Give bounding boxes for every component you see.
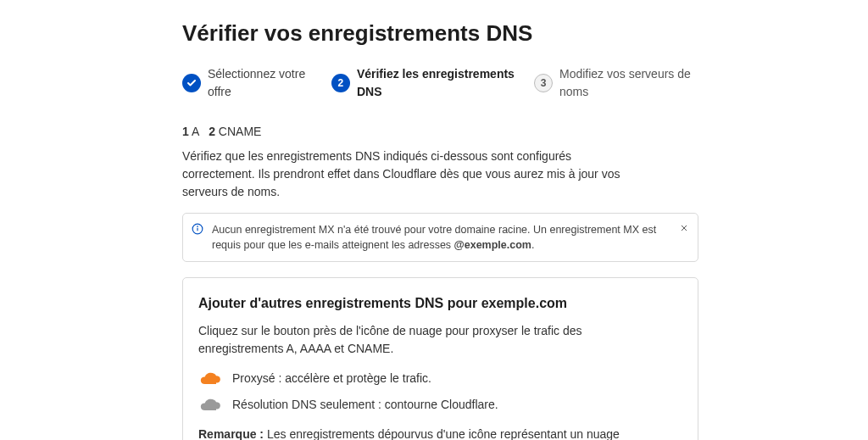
proxied-legend: Proxysé : accélère et protège le trafic. xyxy=(198,370,682,387)
step-label: Modifiez vos serveurs de noms xyxy=(559,65,698,101)
card-heading: Ajouter d'autres enregistrements DNS pou… xyxy=(198,293,682,314)
info-icon xyxy=(192,223,203,239)
cloud-grey-icon xyxy=(198,398,222,412)
stepper: Sélectionnez votre offre 2 Vérifiez les … xyxy=(182,65,698,101)
proxied-text: Proxysé : accélère et protège le trafic. xyxy=(232,370,431,387)
step-2[interactable]: 2 Vérifiez les enregistrements DNS xyxy=(331,65,515,101)
alert-domain: @exemple.com xyxy=(454,239,531,251)
step-number: 2 xyxy=(331,74,350,92)
add-records-card: Ajouter d'autres enregistrements DNS pou… xyxy=(182,277,698,440)
record-counts: 1 A 2 CNAME xyxy=(182,123,698,141)
a-count: 1 xyxy=(182,125,189,138)
cloud-orange-icon xyxy=(198,372,222,386)
note: Remarque : Les enregistrements dépourvus… xyxy=(198,426,656,440)
close-icon[interactable] xyxy=(679,222,689,237)
cname-count: 2 xyxy=(209,125,215,138)
step-number: 3 xyxy=(534,74,553,92)
card-lead: Cliquez sur le bouton près de l'icône de… xyxy=(198,322,605,358)
alert-text: Aucun enregistrement MX n'a été trouvé p… xyxy=(212,224,656,251)
svg-point-2 xyxy=(198,226,198,227)
dns-only-text: Résolution DNS seulement : contourne Clo… xyxy=(232,396,498,414)
intro-text: Vérifiez que les enregistrements DNS ind… xyxy=(182,148,623,201)
dns-only-legend: Résolution DNS seulement : contourne Clo… xyxy=(198,396,682,414)
step-label: Sélectionnez votre offre xyxy=(208,65,313,101)
page-title: Vérifier vos enregistrements DNS xyxy=(182,17,698,50)
mx-warning-alert: Aucun enregistrement MX n'a été trouvé p… xyxy=(182,213,698,262)
step-3[interactable]: 3 Modifiez vos serveurs de noms xyxy=(534,65,698,101)
step-1[interactable]: Sélectionnez votre offre xyxy=(182,65,313,101)
note-label: Remarque : xyxy=(198,427,264,440)
check-icon xyxy=(182,74,201,92)
step-label: Vérifiez les enregistrements DNS xyxy=(357,65,515,101)
